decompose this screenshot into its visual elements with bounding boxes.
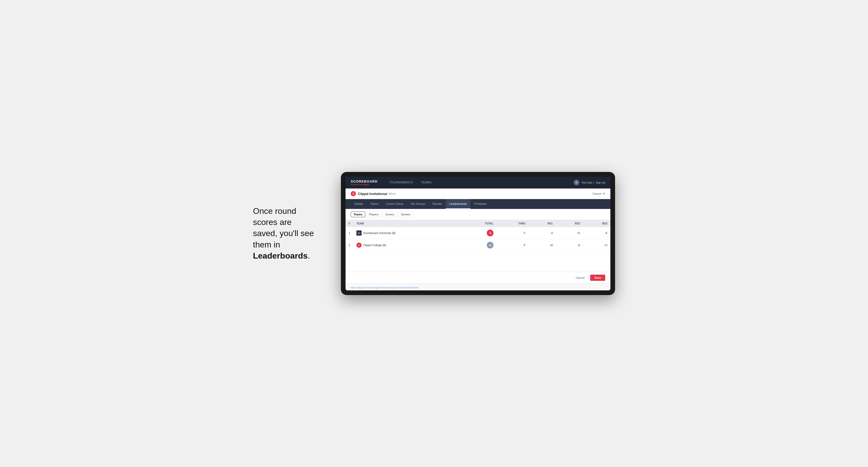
tournament-header: C Clippd Invitational (Men) Cancel ✕ (345, 188, 610, 199)
navbar: SCOREBOARD Powered by clippd TOURNAMENTS… (345, 177, 610, 188)
team-logo-1: SU (356, 230, 362, 236)
col-rd3: RD3 (583, 220, 610, 227)
intro-line5-bold: Leaderboards (253, 251, 308, 260)
sub-tab-bar: Teams Players Scores Strokes (345, 209, 610, 220)
table-row: 1 SU Scoreboard University [A] - (345, 227, 610, 239)
total-cell-2: +3 (462, 239, 497, 251)
leaderboard-table-wrapper: # TEAM TOTAL THRU RD1 RD2 RD3 1 (345, 220, 610, 272)
col-rd1: RD1 (529, 220, 556, 227)
table-row: 2 C Clippd College [A] +3 (345, 239, 610, 251)
thru-cell-2: F (497, 239, 529, 251)
intro-line1: Once round (253, 206, 296, 216)
cancel-button[interactable]: Cancel (572, 275, 588, 281)
intro-line2: scores are (253, 217, 291, 227)
col-rank: # (345, 220, 353, 227)
sign-out-link[interactable]: Sign out (596, 181, 605, 184)
team-logo-2: C (356, 243, 362, 248)
team-name-2: Clippd College [A] (363, 244, 386, 247)
table-header: # TEAM TOTAL THRU RD1 RD2 RD3 (345, 220, 610, 227)
nav-teams[interactable]: TEAMS (417, 177, 436, 188)
intro-line5-end: . (308, 251, 310, 260)
team-name-1: Scoreboard University [A] (363, 231, 396, 235)
save-button[interactable]: Save (590, 275, 605, 281)
score-badge-2: +3 (487, 242, 494, 249)
url-bar: https://stage-blue-coach.stagescoreboard… (345, 283, 610, 290)
nav-right: S Test User | Sign out (574, 180, 605, 185)
tab-bar: Details Teams Course Setup Tee Groups Re… (345, 199, 610, 209)
rank-cell: 1 (345, 227, 353, 239)
header-cancel-button[interactable]: Cancel ✕ (593, 192, 605, 195)
tab-printables[interactable]: Printables (470, 199, 490, 209)
tournament-title: Clippd Invitational (358, 192, 387, 196)
rank-cell-2: 2 (345, 239, 353, 251)
table-body: 1 SU Scoreboard University [A] - (345, 227, 610, 251)
intro-line3: saved, you'll see (253, 228, 314, 238)
sub-tab-teams[interactable]: Teams (351, 212, 365, 217)
user-avatar: S (574, 180, 579, 185)
rd1-cell-2: +8 (529, 239, 556, 251)
user-name: Test User | (582, 181, 594, 184)
col-rd2: RD2 (556, 220, 583, 227)
thru-cell-1: F (497, 227, 529, 239)
powered-by: Powered by clippd (351, 183, 378, 186)
tablet-device: SCOREBOARD Powered by clippd TOURNAMENTS… (341, 172, 615, 295)
sub-tab-scores[interactable]: Scores (382, 212, 397, 217)
content-area: # TEAM TOTAL THRU RD1 RD2 RD3 1 (345, 220, 610, 272)
leaderboard-table: # TEAM TOTAL THRU RD1 RD2 RD3 1 (345, 220, 610, 251)
rd3-cell-1: -6 (583, 227, 610, 239)
logo-text: SCOREBOARD (351, 180, 378, 183)
team-cell: SU Scoreboard University [A] (353, 227, 461, 239)
nav-tournaments[interactable]: TOURNAMENTS (385, 177, 417, 188)
score-badge-1: -5 (487, 229, 494, 236)
rd3-cell-2: +3 (583, 239, 610, 251)
tab-teams[interactable]: Teams (367, 199, 382, 209)
sub-tab-strokes[interactable]: Strokes (398, 212, 413, 217)
tab-tee-groups[interactable]: Tee Groups (407, 199, 429, 209)
tab-details[interactable]: Details (351, 199, 367, 209)
intro-line4: them in (253, 240, 280, 249)
tab-leaderboards[interactable]: Leaderboards (446, 199, 470, 209)
tablet-screen: SCOREBOARD Powered by clippd TOURNAMENTS… (345, 177, 610, 290)
total-cell-1: -5 (462, 227, 497, 239)
rd2-cell-1: +5 (556, 227, 583, 239)
nav-links: TOURNAMENTS TEAMS (385, 177, 574, 188)
url-text: https://stage-blue-coach.stagescoreboard… (351, 286, 419, 289)
tab-results[interactable]: Results (429, 199, 446, 209)
intro-text: Once round scores are saved, you'll see … (253, 206, 326, 261)
sub-tab-players[interactable]: Players (366, 212, 381, 217)
rd2-cell-2: -8 (556, 239, 583, 251)
brand-name: clippd (363, 183, 369, 186)
logo-area: SCOREBOARD Powered by clippd (351, 180, 378, 186)
footer: Cancel Save (345, 272, 610, 283)
team-cell-2: C Clippd College [A] (353, 239, 461, 251)
tournament-logo: C (351, 191, 356, 196)
tournament-subtitle: (Men) (389, 192, 396, 195)
col-thru: THRU (497, 220, 529, 227)
col-team: TEAM (353, 220, 461, 227)
col-total: TOTAL (462, 220, 497, 227)
rd1-cell-1: -4 (529, 227, 556, 239)
tab-course-setup[interactable]: Course Setup (382, 199, 407, 209)
